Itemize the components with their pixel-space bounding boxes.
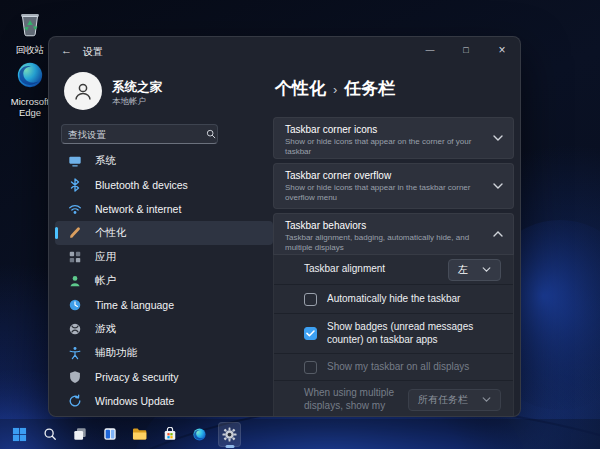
sidebar-item-gaming[interactable]: 游戏 (55, 317, 273, 341)
sidebar-item-time-language[interactable]: Time & language (55, 293, 273, 317)
auto-hide-label: Automatically hide the taskbar (327, 293, 460, 306)
card-taskbar-behaviors[interactable]: Taskbar behaviors Taskbar alignment, bad… (273, 213, 514, 255)
breadcrumb: 个性化 › 任务栏 (275, 77, 395, 100)
settings-window: ← 设置 — □ × 系统之家 本地帐户 (48, 36, 521, 417)
taskbar-alignment-dropdown[interactable]: 左 (448, 259, 501, 281)
close-button[interactable]: × (484, 37, 520, 63)
breadcrumb-separator: › (326, 82, 344, 97)
apps-icon (67, 250, 82, 265)
active-app-indicator (225, 445, 234, 448)
account-type: 本地帐户 (112, 96, 146, 108)
chevron-down-icon (482, 397, 491, 402)
sidebar-item-privacy-security[interactable]: Privacy & security (55, 365, 273, 389)
network-icon (67, 202, 82, 217)
card-taskbar-corner-icons[interactable]: Taskbar corner icons Show or hide icons … (273, 117, 514, 159)
settings-button[interactable] (218, 422, 241, 447)
multiple-displays-dropdown: 所有任务栏 (408, 389, 501, 411)
system-icon (67, 154, 82, 169)
personalization-icon (67, 226, 82, 241)
search-input[interactable] (62, 129, 206, 140)
window-title: 设置 (83, 45, 103, 59)
gear-icon (222, 427, 237, 442)
show-badges-row: Show badges (unread messages counter) on… (274, 313, 513, 353)
recycle-bin-icon (15, 8, 45, 42)
sidebar-item-apps[interactable]: 应用 (55, 245, 273, 269)
card-taskbar-corner-overflow[interactable]: Taskbar corner overflow Show or hide ico… (273, 163, 514, 209)
system-taskbar (0, 419, 600, 449)
desktop: 回收站 Microsoft Edge ← 设置 — (0, 0, 600, 449)
sidebar-nav: 系统 Bluetooth & devices (55, 149, 273, 413)
sidebar-item-bluetooth-devices[interactable]: Bluetooth & devices (55, 173, 273, 197)
settings-cards: Taskbar corner icons Show or hide icons … (273, 117, 514, 417)
avatar[interactable] (64, 72, 102, 110)
all-displays-row: Show my taskbar on all displays (274, 353, 513, 380)
breadcrumb-personalization[interactable]: 个性化 (275, 77, 326, 100)
sidebar-item-network-internet[interactable]: Network & internet (55, 197, 273, 221)
all-displays-checkbox (304, 361, 317, 374)
widgets-button[interactable] (98, 422, 121, 447)
account-name: 系统之家 (112, 79, 162, 96)
chevron-up-icon[interactable] (493, 231, 503, 237)
accounts-icon (67, 274, 82, 289)
sidebar-item-accessibility[interactable]: 辅助功能 (55, 341, 273, 365)
task-view-button[interactable] (68, 422, 91, 447)
taskbar-behaviors-options: Taskbar alignment 左 Automatically hide t… (273, 255, 514, 417)
auto-hide-taskbar-row: Automatically hide the taskbar (274, 284, 513, 313)
page-title: 任务栏 (344, 77, 395, 100)
taskbar-alignment-label: Taskbar alignment (304, 263, 385, 276)
chevron-down-icon (482, 267, 491, 272)
back-button[interactable]: ← (61, 44, 72, 56)
edge-icon (192, 427, 207, 442)
file-explorer-icon (132, 427, 147, 441)
accessibility-icon (67, 346, 82, 361)
sidebar-item-windows-update[interactable]: Windows Update (55, 389, 273, 413)
sidebar-item-personalization[interactable]: 个性化 (55, 221, 273, 245)
bluetooth-icon (67, 178, 82, 193)
auto-hide-checkbox[interactable] (304, 293, 317, 306)
taskbar-alignment-row: Taskbar alignment 左 (274, 255, 513, 284)
windows-logo-icon (12, 427, 27, 442)
maximize-button[interactable]: □ (448, 37, 484, 63)
task-view-icon (73, 427, 87, 441)
sidebar-item-system[interactable]: 系统 (55, 149, 273, 173)
multiple-displays-label: When using multiple displays, show my (304, 387, 408, 412)
chevron-down-icon[interactable] (493, 135, 503, 141)
check-icon (306, 330, 315, 337)
file-explorer-button[interactable] (128, 422, 151, 447)
recycle-bin-label: 回收站 (16, 45, 45, 56)
store-button[interactable] (158, 422, 181, 447)
settings-search[interactable] (61, 124, 218, 144)
all-displays-label: Show my taskbar on all displays (327, 361, 469, 374)
show-badges-checkbox[interactable] (304, 327, 317, 340)
minimize-button[interactable]: — (412, 37, 448, 63)
time-language-icon (67, 298, 82, 313)
gaming-icon (67, 322, 82, 337)
person-icon (71, 79, 95, 103)
windows-update-icon (67, 394, 82, 409)
sidebar-item-accounts[interactable]: 帐户 (55, 269, 273, 293)
store-icon (163, 427, 177, 441)
search-icon (206, 129, 216, 139)
multiple-displays-row: When using multiple displays, show my 所有… (274, 380, 513, 417)
start-button[interactable] (8, 422, 31, 447)
search-button[interactable] (38, 422, 61, 447)
edge-button[interactable] (188, 422, 211, 447)
chevron-down-icon[interactable] (493, 183, 503, 189)
privacy-icon (67, 370, 82, 385)
window-controls: — □ × (412, 37, 520, 63)
widgets-icon (103, 427, 117, 441)
edge-icon (15, 60, 45, 94)
search-icon (43, 427, 57, 441)
show-badges-label: Show badges (unread messages counter) on… (327, 321, 487, 346)
